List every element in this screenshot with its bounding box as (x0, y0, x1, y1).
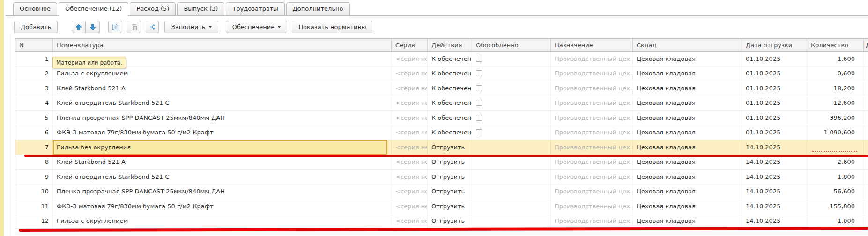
separate-checkbox[interactable] (476, 129, 482, 135)
cell-quantity[interactable]: 1,800 (807, 170, 864, 184)
cell-warehouse[interactable]: Цеховая кладовая (633, 184, 742, 199)
cell-number[interactable]: 12 (15, 214, 53, 229)
table-row[interactable]: 6ФКЭ-З матовая 79г/830мм бумага 50 г/м2 … (15, 125, 868, 140)
cell-nomenclature[interactable]: Клей-отвердитель Starkbond 521 С (53, 96, 392, 111)
cell-separate[interactable] (472, 199, 551, 214)
table-row[interactable]: 3Клей Starkbond 521 А<серия не...К обесп… (15, 81, 868, 96)
cell-nomenclature[interactable]: Гильза с округлением (53, 66, 392, 81)
cell-purpose[interactable]: Производственный цех... (551, 52, 633, 66)
table-row[interactable]: 7Гильза без округления<серия не...Отгруз… (15, 140, 868, 155)
move-down-button[interactable] (86, 21, 100, 33)
table-row[interactable]: 11ФКЭ-З матовая 79г/830мм бумага 50 г/м2… (15, 199, 868, 214)
cell-extra[interactable] (864, 125, 868, 140)
cell-action[interactable]: К обеспечению (428, 96, 472, 111)
tab-1-active[interactable]: Обеспечение (12) (59, 2, 128, 16)
cell-warehouse[interactable]: Цеховая кладовая (633, 111, 742, 125)
cell-series[interactable]: <серия не... (392, 52, 428, 66)
cell-extra[interactable] (864, 170, 868, 184)
table-row[interactable]: 10Пленка прозрачная SPP DANCAST 25мкм/84… (15, 184, 868, 199)
add-button[interactable]: Добавить (14, 21, 58, 33)
cell-series[interactable]: <серия не... (392, 199, 428, 214)
cell-warehouse[interactable]: Цеховая кладовая (633, 96, 742, 111)
cell-number[interactable]: 9 (15, 170, 53, 184)
column-header-8[interactable]: Количество (807, 39, 864, 51)
cell-ship-date[interactable]: 14.10.2025 (742, 199, 807, 214)
cell-warehouse[interactable]: Цеховая кладовая (633, 66, 742, 81)
cell-action[interactable]: Отгрузить (428, 140, 472, 155)
cell-quantity[interactable]: 12,600 (807, 96, 864, 111)
cell-nomenclature[interactable]: ФКЭ-З матовая 79г/830мм бумага 50 г/м2 К… (53, 125, 392, 140)
cell-number[interactable]: 3 (15, 81, 53, 96)
cell-ship-date[interactable]: 14.10.2025 (742, 170, 807, 184)
cell-ship-date[interactable]: 01.10.2025 (742, 125, 807, 140)
cell-purpose[interactable]: Производственный цех... (551, 214, 633, 229)
tab-2[interactable]: Расход (5) (130, 2, 176, 15)
cell-quantity[interactable]: 1 090,600 (807, 125, 864, 140)
supply-menu-button[interactable]: Обеспечение (226, 21, 288, 33)
cell-series[interactable]: <серия не... (392, 184, 428, 199)
cell-nomenclature[interactable]: ФКЭ-З матовая 79г/830мм бумага 50 г/м2 К… (53, 199, 392, 214)
table-row[interactable]: 1<серия не...К обеспечениюПроизводственн… (15, 52, 868, 66)
cell-nomenclature[interactable]: Пленка прозрачная SPP DANCAST 25мкм/840м… (53, 184, 392, 199)
tab-3[interactable]: Выпуск (3) (177, 2, 224, 15)
cell-separate[interactable] (472, 52, 551, 66)
cell-nomenclature[interactable]: Пленка прозрачная SPP DANCAST 25мкм/840м… (53, 111, 392, 125)
cell-number[interactable]: 5 (15, 111, 53, 125)
cell-separate[interactable] (472, 140, 551, 155)
cell-extra[interactable] (864, 52, 868, 66)
cell-extra[interactable] (864, 96, 868, 111)
cell-number[interactable]: 7 (15, 140, 53, 155)
cell-number[interactable]: 6 (15, 125, 53, 140)
cell-extra[interactable] (864, 140, 868, 155)
cell-number[interactable]: 11 (15, 199, 53, 214)
cell-action[interactable]: К обеспечению (428, 66, 472, 81)
cell-purpose[interactable]: Производственный цех... (551, 199, 633, 214)
cell-separate[interactable] (472, 81, 551, 96)
cell-purpose[interactable]: Производственный цех... (551, 184, 633, 199)
separate-checkbox[interactable] (476, 56, 482, 62)
cell-purpose[interactable]: Производственный цех... (551, 125, 633, 140)
cell-ship-date[interactable]: 01.10.2025 (742, 96, 807, 111)
cell-series[interactable]: <серия не... (392, 140, 428, 155)
column-header-6[interactable]: Склад (633, 39, 742, 51)
cell-extra[interactable] (864, 214, 868, 229)
column-header-2[interactable]: Серия (392, 39, 428, 51)
cell-ship-date[interactable]: 01.10.2025 (742, 52, 807, 66)
show-norms-button[interactable]: Показать нормативы (292, 21, 372, 33)
cell-action[interactable]: К обеспечению (428, 52, 472, 66)
copy-button[interactable] (108, 21, 122, 33)
cell-quantity[interactable]: 18,200 (807, 81, 864, 96)
cell-quantity[interactable] (807, 140, 864, 155)
cell-separate[interactable] (472, 184, 551, 199)
cell-extra[interactable] (864, 81, 868, 96)
cell-warehouse[interactable]: Цеховая кладовая (633, 140, 742, 155)
cell-series[interactable]: <серия не... (392, 96, 428, 111)
column-header-9[interactable]: До (864, 39, 868, 51)
column-header-1[interactable]: Номенклатура (53, 39, 392, 51)
cell-number[interactable]: 1 (15, 52, 53, 66)
cell-ship-date[interactable]: 01.10.2025 (742, 111, 807, 125)
cell-series[interactable]: <серия не... (392, 66, 428, 81)
cell-quantity[interactable]: 396,200 (807, 111, 864, 125)
cell-series[interactable]: <серия не... (392, 125, 428, 140)
cell-warehouse[interactable]: Цеховая кладовая (633, 52, 742, 66)
cell-ship-date[interactable]: 01.10.2025 (742, 66, 807, 81)
cell-separate[interactable] (472, 66, 551, 81)
cell-purpose[interactable]: Производственный цех... (551, 170, 633, 184)
cell-number[interactable]: 2 (15, 66, 53, 81)
cell-ship-date[interactable]: 01.10.2025 (742, 81, 807, 96)
cell-quantity[interactable]: 1,600 (807, 52, 864, 66)
cell-purpose[interactable]: Производственный цех... (551, 140, 633, 155)
cell-purpose[interactable]: Производственный цех... (551, 81, 633, 96)
cell-separate[interactable] (472, 170, 551, 184)
cell-separate[interactable] (472, 125, 551, 140)
column-header-3[interactable]: Действия (428, 39, 472, 51)
cell-action[interactable]: К обеспечению (428, 125, 472, 140)
cell-warehouse[interactable]: Цеховая кладовая (633, 199, 742, 214)
cell-series[interactable]: <серия не... (392, 214, 428, 229)
active-edit-cell[interactable]: Гильза без округления (53, 140, 387, 155)
separate-checkbox[interactable] (476, 115, 482, 121)
cell-warehouse[interactable]: Цеховая кладовая (633, 170, 742, 184)
move-up-button[interactable] (72, 21, 86, 33)
table-row[interactable]: 4Клей-отвердитель Starkbond 521 С<серия … (15, 96, 868, 111)
